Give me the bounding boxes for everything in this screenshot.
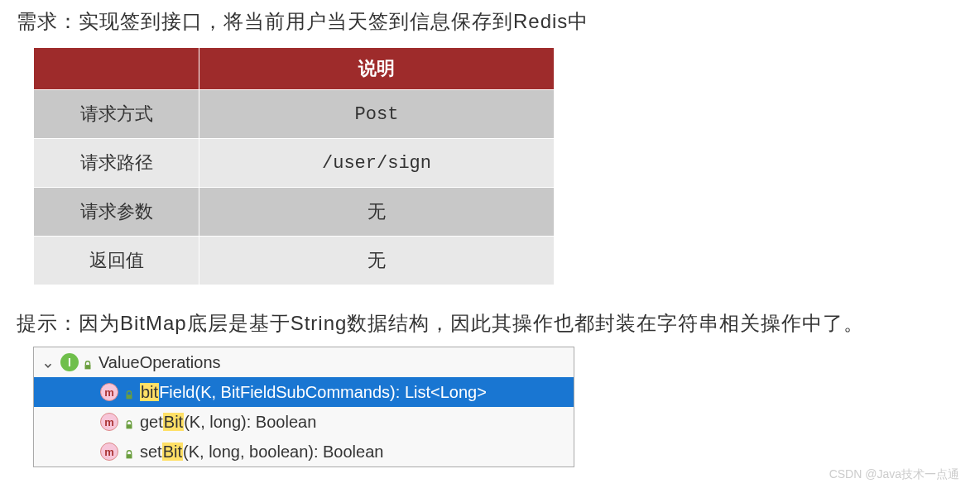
table-row: 请求方式 Post: [34, 90, 555, 139]
method-icon: m: [100, 443, 118, 461]
svg-rect-2: [127, 424, 132, 428]
method-icon: m: [100, 383, 118, 401]
requirement-text: 需求：实现签到接口，将当前用户当天签到信息保存到Redis中: [17, 8, 963, 35]
code-tree: I ValueOperations m bitField(K, BitField…: [33, 347, 574, 467]
svg-rect-1: [127, 395, 132, 399]
interface-icon: I: [60, 353, 79, 371]
table-header-right: 说明: [199, 48, 555, 90]
method-rest: (K, long, boolean): Boolean: [183, 443, 383, 461]
method-prefix: set: [140, 443, 162, 461]
svg-rect-3: [127, 454, 132, 458]
cell-label: 返回值: [34, 237, 199, 285]
table-row: 返回值 无: [34, 237, 555, 285]
cell-value: 无: [199, 188, 555, 237]
table-row: 请求路径 /user/sign: [34, 139, 555, 188]
method-rest: Field(K, BitFieldSubCommands): List<Long…: [159, 383, 487, 401]
lock-icon: [123, 416, 135, 428]
method-signature: bitField(K, BitFieldSubCommands): List<L…: [140, 383, 487, 402]
method-icon: m: [100, 413, 118, 431]
table-header-left: [34, 48, 199, 90]
tree-method-row[interactable]: m bitField(K, BitFieldSubCommands): List…: [34, 377, 574, 407]
lock-icon: [123, 446, 135, 457]
search-highlight: Bit: [162, 443, 183, 461]
cell-label: 请求参数: [34, 188, 199, 237]
lock-icon: [123, 386, 135, 398]
cell-value: /user/sign: [199, 139, 555, 188]
api-table: 说明 请求方式 Post 请求路径 /user/sign 请求参数 无 返回值 …: [33, 47, 555, 285]
search-highlight: bit: [140, 383, 159, 401]
tree-method-row[interactable]: m setBit(K, long, boolean): Boolean: [34, 437, 574, 466]
cell-value: Post: [199, 90, 555, 139]
method-signature: getBit(K, long): Boolean: [140, 413, 316, 432]
search-highlight: Bit: [163, 413, 184, 431]
tree-root-row[interactable]: I ValueOperations: [34, 347, 574, 377]
tree-root-name: ValueOperations: [98, 353, 221, 372]
chevron-down-icon[interactable]: [42, 356, 54, 368]
table-row: 请求参数 无: [34, 188, 555, 237]
hint-text: 提示：因为BitMap底层是基于String数据结构，因此其操作也都封装在字符串…: [17, 310, 963, 337]
lock-icon: [82, 356, 94, 368]
svg-rect-0: [85, 365, 91, 369]
tree-method-row[interactable]: m getBit(K, long): Boolean: [34, 407, 574, 437]
cell-value: 无: [199, 237, 555, 285]
method-prefix: get: [140, 413, 163, 431]
method-rest: (K, long): Boolean: [184, 413, 316, 431]
method-signature: setBit(K, long, boolean): Boolean: [140, 443, 383, 462]
cell-label: 请求方式: [34, 90, 199, 139]
cell-label: 请求路径: [34, 139, 199, 188]
watermark: CSDN @Java技术一点通: [829, 467, 959, 476]
